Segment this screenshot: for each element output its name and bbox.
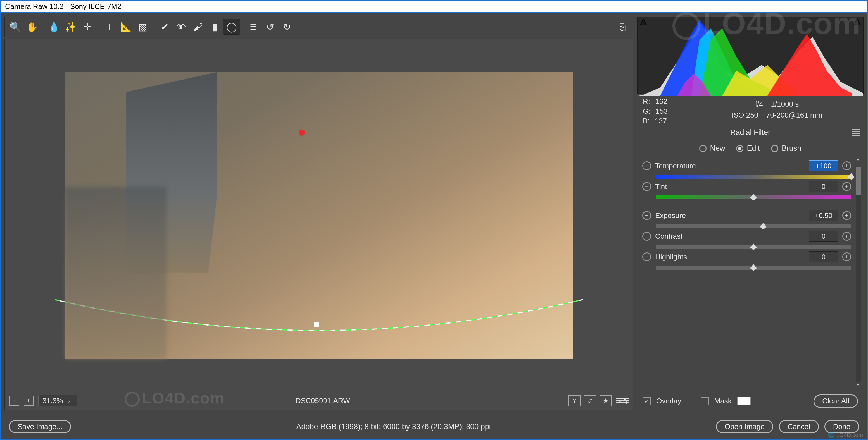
status-icon-2[interactable]: ★ (599, 395, 612, 406)
target-tool[interactable]: ✛ (79, 19, 96, 35)
radial-outline[interactable] (55, 296, 583, 369)
slider-highlights: −Highlights+ (642, 251, 851, 270)
transform-tool[interactable]: ▧ (134, 19, 151, 35)
cancel-button[interactable]: Cancel (779, 420, 819, 433)
overlay-row: Overlay Mask Clear All (637, 392, 864, 410)
status-icon-1[interactable]: ⇵ (584, 395, 596, 406)
highlights-plus[interactable]: + (842, 252, 851, 261)
rotate-ccw-tool[interactable]: ↺ (262, 19, 279, 35)
contrast-plus[interactable]: + (842, 232, 851, 241)
mask-label: Mask (714, 397, 732, 405)
redeye-tool[interactable]: 👁 (173, 19, 190, 35)
graduated-tool[interactable]: ▮ (207, 19, 223, 35)
right-panel: R:162 G:153 B:137 f/41/1000 s ISO 25070-… (637, 17, 864, 410)
slider-exposure: −Exposure+ (642, 210, 851, 228)
mode-row: NewEditBrush (637, 140, 864, 157)
view-options-icon[interactable] (616, 395, 628, 406)
temperature-plus[interactable]: + (842, 161, 851, 170)
exposure-minus[interactable]: − (642, 211, 651, 220)
left-column: 🔍✋💧✨✛⟂📐▧✔👁🖌▮◯≣↺↻⎘ − + (4, 17, 633, 410)
color-sampler-tool[interactable]: ✨ (62, 19, 79, 35)
tint-plus[interactable]: + (842, 182, 851, 191)
scrollbar-track[interactable] (856, 167, 861, 382)
done-button[interactable]: Done (825, 420, 859, 433)
g-label: G: (643, 107, 650, 115)
pin-marker[interactable] (299, 130, 305, 136)
temperature-thumb[interactable] (848, 173, 855, 180)
save-image-button[interactable]: Save Image... (9, 420, 71, 433)
exposure-track[interactable] (656, 225, 851, 228)
zoom-value: 31.3% (42, 397, 63, 405)
panel-menu-icon[interactable] (852, 129, 860, 136)
scroll-down-icon[interactable]: ˅ (854, 383, 862, 391)
temperature-label: Temperature (655, 162, 805, 170)
aperture-value: f/4 (755, 100, 763, 109)
exposure-input[interactable] (809, 210, 838, 221)
overlay-checkbox[interactable] (643, 397, 651, 405)
slider-tint: −Tint+ (642, 181, 851, 199)
presets-tool[interactable]: ≣ (245, 19, 262, 35)
tint-minus[interactable]: − (642, 182, 651, 191)
highlights-minus[interactable]: − (642, 252, 651, 261)
open-image-button[interactable]: Open Image (716, 420, 773, 433)
g-value: 153 (655, 107, 668, 115)
status-icon-0[interactable]: Y (568, 395, 581, 406)
tint-track[interactable] (656, 196, 851, 199)
crop-tool[interactable]: ⟂ (101, 19, 118, 35)
contrast-minus[interactable]: − (642, 232, 651, 241)
mode-new[interactable]: New (699, 144, 725, 153)
zoom-in-button[interactable]: + (24, 396, 34, 406)
histogram-chart (638, 17, 863, 96)
slider-temperature: −Temperature+ (642, 160, 851, 179)
highlights-track[interactable] (656, 266, 851, 270)
contrast-input[interactable] (809, 231, 838, 242)
contrast-thumb[interactable] (750, 243, 757, 250)
tint-input[interactable] (809, 181, 838, 192)
contrast-track[interactable] (656, 245, 851, 249)
zoom-select[interactable]: 31.3% ⌄ (38, 395, 78, 406)
panel-title: Radial Filter (730, 128, 771, 137)
scroll-up-icon[interactable]: ˄ (854, 158, 862, 166)
lens-value: 70-200@161 mm (766, 111, 822, 120)
exposure-thumb[interactable] (760, 223, 767, 230)
r-label: R: (643, 97, 650, 106)
radial-handle[interactable] (314, 321, 319, 327)
exif-row: R:162 G:153 B:137 f/41/1000 s ISO 25070-… (637, 94, 864, 125)
exposure-plus[interactable]: + (842, 211, 851, 220)
mask-color-swatch[interactable] (737, 397, 751, 405)
spot-tool[interactable]: ✔ (156, 19, 173, 35)
sliders-panel: ˄ ˅ −Temperature+−Tint+−Exposure+−Contra… (637, 157, 864, 392)
temperature-minus[interactable]: − (642, 161, 651, 170)
export-icon[interactable]: ⎘ (614, 19, 631, 35)
canvas[interactable] (5, 39, 633, 392)
temperature-input[interactable] (809, 160, 838, 171)
radial-tool[interactable]: ◯ (223, 19, 240, 35)
hand-tool[interactable]: ✋ (24, 19, 40, 35)
histogram[interactable] (637, 17, 864, 94)
mask-checkbox[interactable] (701, 397, 709, 405)
highlights-thumb[interactable] (750, 264, 757, 271)
temperature-track[interactable] (656, 175, 851, 179)
zoom-tool[interactable]: 🔍 (7, 19, 24, 35)
chevron-down-icon[interactable]: ⌄ (65, 397, 73, 405)
adjust-brush-tool[interactable]: 🖌 (190, 19, 207, 35)
photo[interactable] (65, 72, 573, 359)
wb-tool[interactable]: 💧 (45, 19, 62, 35)
mode-brush[interactable]: Brush (771, 144, 802, 153)
b-label: B: (643, 117, 650, 125)
zoom-out-button[interactable]: − (9, 396, 19, 406)
scrollbar-thumb[interactable] (856, 167, 861, 195)
r-value: 162 (655, 97, 667, 106)
workflow-link[interactable]: Adobe RGB (1998); 8 bit; 6000 by 3376 (2… (78, 422, 709, 431)
mode-edit[interactable]: Edit (736, 144, 760, 153)
straighten-tool[interactable]: 📐 (118, 19, 134, 35)
footer: Save Image... Adobe RGB (1998); 8 bit; 6… (1, 414, 867, 439)
iso-value: ISO 250 (732, 111, 758, 120)
clear-all-button[interactable]: Clear All (813, 395, 858, 408)
rotate-cw-tool[interactable]: ↻ (279, 19, 295, 35)
main-toolbar: 🔍✋💧✨✛⟂📐▧✔👁🖌▮◯≣↺↻⎘ (4, 17, 633, 37)
highlights-input[interactable] (809, 251, 838, 263)
panel-header: Radial Filter (637, 125, 864, 140)
tint-thumb[interactable] (750, 194, 757, 200)
contrast-label: Contrast (655, 232, 805, 241)
